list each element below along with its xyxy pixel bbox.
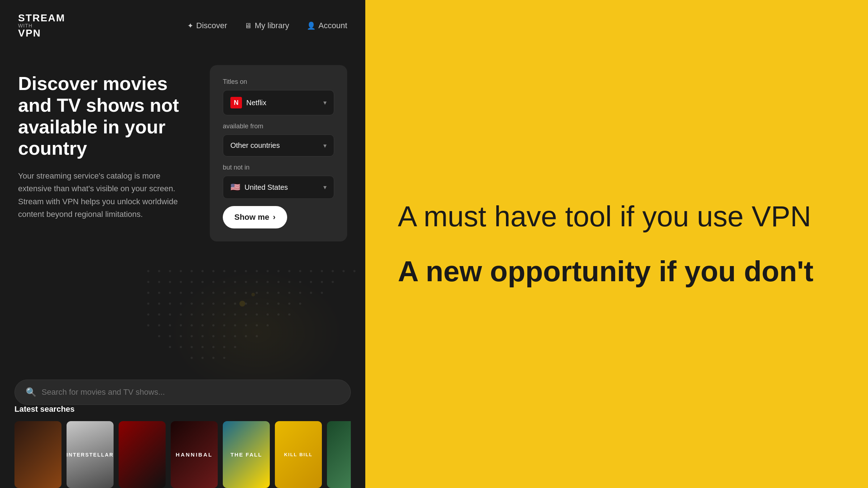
titles-on-label: Titles on xyxy=(223,78,334,86)
tagline-2: A new opportunity if you don't xyxy=(398,255,835,288)
list-item[interactable]: THE FALL xyxy=(223,421,270,488)
svg-point-73 xyxy=(169,313,171,316)
svg-point-57 xyxy=(158,303,160,305)
not-in-left: 🇺🇸 United States xyxy=(230,183,288,192)
nav-discover[interactable]: ✦ Discover xyxy=(187,21,227,30)
svg-point-28 xyxy=(223,281,225,283)
svg-point-32 xyxy=(267,281,269,283)
list-item[interactable] xyxy=(119,421,166,488)
svg-point-12 xyxy=(267,270,269,272)
svg-point-93 xyxy=(234,324,236,326)
svg-point-49 xyxy=(256,292,258,294)
show-me-button[interactable]: Show me › xyxy=(223,206,287,228)
svg-point-94 xyxy=(245,324,247,326)
svg-point-11 xyxy=(256,270,258,272)
user-icon: 👤 xyxy=(307,21,316,30)
svg-point-66 xyxy=(256,303,258,305)
compass-icon: ✦ xyxy=(187,21,193,30)
available-from-label: available from xyxy=(223,123,334,130)
svg-point-82 xyxy=(267,313,269,316)
svg-point-52 xyxy=(288,292,290,294)
list-item[interactable]: INTERSTELLAR xyxy=(67,421,114,488)
svg-point-85 xyxy=(147,324,149,326)
svg-point-64 xyxy=(234,303,236,305)
svg-point-43 xyxy=(191,292,193,294)
svg-point-47 xyxy=(234,292,236,294)
svg-point-60 xyxy=(191,303,193,305)
svg-point-1 xyxy=(147,270,149,272)
svg-point-7 xyxy=(212,270,214,272)
svg-point-86 xyxy=(158,324,160,326)
svg-point-76 xyxy=(201,313,204,316)
nav-library[interactable]: 🖥 My library xyxy=(244,21,289,30)
svg-point-112 xyxy=(223,346,225,348)
svg-point-62 xyxy=(212,303,214,305)
svg-point-101 xyxy=(201,335,204,337)
svg-point-45 xyxy=(212,292,214,294)
svg-point-21 xyxy=(147,281,149,283)
svg-point-39 xyxy=(147,292,149,294)
svg-point-33 xyxy=(277,281,280,283)
svg-point-106 xyxy=(256,335,258,337)
svg-point-48 xyxy=(245,292,247,294)
show-me-label: Show me xyxy=(234,213,269,222)
from-country-dropdown[interactable]: Other countries ▾ xyxy=(223,134,334,157)
svg-point-115 xyxy=(201,357,204,359)
list-item[interactable] xyxy=(14,421,61,488)
svg-point-109 xyxy=(191,346,193,348)
service-dropdown[interactable]: N Netflix ▾ xyxy=(223,90,334,115)
service-name: Netflix xyxy=(246,99,267,107)
svg-point-95 xyxy=(256,324,258,326)
latest-searches-label: Latest searches xyxy=(14,404,351,414)
svg-point-46 xyxy=(223,292,225,294)
svg-point-69 xyxy=(288,303,290,305)
nav-account[interactable]: 👤 Account xyxy=(307,21,348,30)
left-panel: STREAM WITH VPN ✦ Discover 🖥 My library … xyxy=(0,0,365,488)
svg-point-25 xyxy=(191,281,193,283)
svg-point-67 xyxy=(267,303,269,305)
search-input[interactable] xyxy=(42,388,340,397)
svg-point-23 xyxy=(169,281,171,283)
svg-point-117 xyxy=(223,357,225,359)
svg-point-70 xyxy=(299,303,301,305)
svg-point-71 xyxy=(147,313,149,316)
svg-point-35 xyxy=(299,281,301,283)
svg-point-61 xyxy=(201,303,204,305)
netflix-logo: N xyxy=(230,97,242,108)
us-flag-icon: 🇺🇸 xyxy=(230,183,240,192)
svg-point-83 xyxy=(277,313,280,316)
svg-point-20 xyxy=(353,270,356,272)
not-in-dropdown[interactable]: 🇺🇸 United States ▾ xyxy=(223,176,334,199)
svg-point-87 xyxy=(169,324,171,326)
svg-point-118 xyxy=(239,301,245,307)
right-panel: A must have tool if you use VPN A new op… xyxy=(365,0,868,488)
list-item[interactable]: KILL BILL xyxy=(275,421,322,488)
filter-card: Titles on N Netflix ▾ available from Oth… xyxy=(210,65,347,241)
svg-point-8 xyxy=(223,270,225,272)
svg-point-65 xyxy=(245,303,247,305)
search-bar[interactable]: 🔍 xyxy=(14,380,351,405)
svg-point-31 xyxy=(256,281,258,283)
list-item[interactable] xyxy=(327,421,351,488)
svg-point-102 xyxy=(212,335,214,337)
svg-point-40 xyxy=(158,292,160,294)
svg-point-74 xyxy=(180,313,182,316)
svg-point-3 xyxy=(169,270,171,272)
svg-point-19 xyxy=(342,270,345,272)
list-item[interactable]: HANNIBAL xyxy=(171,421,218,488)
svg-point-30 xyxy=(245,281,247,283)
svg-point-14 xyxy=(288,270,290,272)
svg-point-13 xyxy=(277,270,280,272)
svg-point-37 xyxy=(321,281,323,283)
logo: STREAM WITH VPN xyxy=(18,13,65,38)
svg-point-81 xyxy=(256,313,258,316)
svg-point-55 xyxy=(321,292,323,294)
svg-point-42 xyxy=(180,292,182,294)
svg-point-4 xyxy=(180,270,182,272)
nav-account-label: Account xyxy=(319,21,348,30)
svg-point-53 xyxy=(299,292,301,294)
svg-point-97 xyxy=(158,335,160,337)
svg-point-72 xyxy=(158,313,160,316)
svg-point-15 xyxy=(299,270,301,272)
svg-point-6 xyxy=(201,270,204,272)
